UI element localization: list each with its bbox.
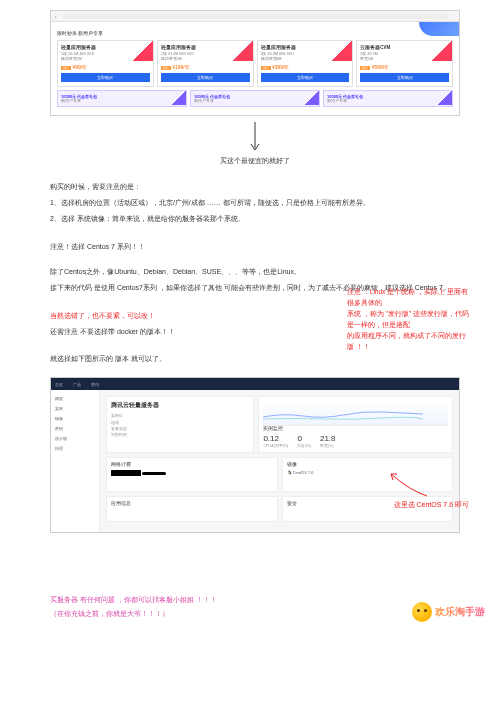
tab-header: 限时秒杀 新用户专享 (57, 30, 453, 36)
brand-mascot-icon (412, 602, 432, 622)
callout-arrow-icon (379, 468, 429, 498)
voucher-banner: 10000元 代金券礼包新用户专享 (190, 90, 320, 107)
app-card: 应用信息 (106, 496, 278, 522)
pricing-screenshot: ‹ 限时秒杀 新用户专享 轻量应用服务器1核 2G 5M 40G SSD峰值带宽… (50, 10, 460, 116)
ribbon-icon (233, 41, 253, 61)
ribbon-icon (305, 91, 319, 105)
para-intro: 购买的时候，需要注意的是： (50, 180, 460, 193)
hero-graphic (419, 22, 459, 36)
redacted-scribble (142, 470, 166, 476)
redacted-bar (111, 470, 141, 476)
pricing-card: 轻量应用服务器2核 4G 8M 80G SSD峰值带宽8M秒杀 ¥399/年立即… (257, 40, 354, 87)
ribbon-icon (133, 41, 153, 61)
caption-cheapest: 买这个最便宜的就好了 (50, 157, 460, 166)
footer-note: 买服务器 有任何问题 ，你都可以找客服小姐姐 ！！！ （在你充钱之前，你就是大爷… (50, 593, 460, 620)
centos-callout: 这里选 CentOS 7.6 即可 (394, 500, 469, 510)
url-bar (63, 14, 449, 19)
brand-name: 欢乐淘手游 (435, 605, 485, 619)
voucher-banner: 10000元 代金券礼包新用户专享 (323, 90, 453, 107)
pricing-card: 轻量应用服务器1核 2G 5M 40G SSD峰值带宽5M秒杀 ¥99/年立即购… (57, 40, 154, 87)
para-see-below: 就选择如下图所示的 版本 就可以了。 (50, 352, 460, 365)
pricing-card: 云服务器CVM2核 4G 5M带宽5M秒杀 ¥599/年立即购买 (356, 40, 453, 87)
ribbon-icon (332, 41, 352, 61)
dashboard-nav: 总览 产品 费用 (51, 378, 459, 390)
buy-button[interactable]: 立即购买 (161, 73, 250, 82)
para-region: 1、选择机房的位置（活动区域），北京/广州/成都 …… 都可所谓，随便选，只是价… (50, 196, 460, 209)
back-icon: ‹ (55, 13, 57, 19)
arrow-down-icon (50, 122, 460, 153)
browser-toolbar: ‹ (51, 11, 459, 22)
pricing-card: 轻量应用服务器2核 2G 4M 60G SSD峰值带宽4M秒杀 ¥199/年立即… (157, 40, 254, 87)
buy-button[interactable]: 立即购买 (261, 73, 350, 82)
voucher-banner: 10000元 代金券礼包新用户专享 (57, 90, 187, 107)
instance-info-card: 腾讯云轻量服务器 实例ID 地域 套餐类型 到期时间 (106, 396, 254, 453)
linux-distro-note: 注意 ：Linux 是个统称 ，实际上 里面有很多具体的 系统 ，称为 "发行版… (347, 286, 472, 352)
para-other-distros: 除了Centos之外，像Ubuntu、Debian、Debian、SUSE、、、… (50, 265, 460, 278)
para-centos-warn: 注意！选择 Centos 7 系列！！ (50, 240, 460, 253)
buy-button[interactable]: 立即购买 (61, 73, 150, 82)
monitor-chart (263, 401, 448, 426)
ribbon-icon (438, 91, 452, 105)
dashboard-sidebar: 概览 实例 镜像 密钥 防火墙 快照 (51, 390, 100, 532)
net-card: 网络计费 (106, 457, 278, 492)
para-image: 2、选择 系统镜像：简单来说，就是给你的服务器装那个系统。 (50, 212, 460, 225)
watermark-brand: 欢乐淘手游 (412, 602, 485, 622)
monitor-card: 实例监控 0.12CPU利用率(%) 0内存(%) 21.8带宽(%) (258, 396, 453, 453)
ribbon-icon (432, 41, 452, 61)
dashboard-screenshot: 总览 产品 费用 概览 实例 镜像 密钥 防火墙 快照 腾讯云轻量服务器 实例I… (50, 377, 460, 533)
buy-button[interactable]: 立即购买 (360, 73, 449, 82)
ribbon-icon (172, 91, 186, 105)
